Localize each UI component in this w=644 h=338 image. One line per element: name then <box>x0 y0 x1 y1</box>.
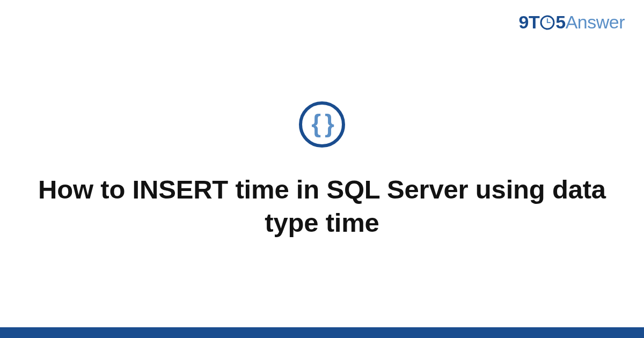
code-braces-icon: { } <box>311 111 333 136</box>
footer-accent-bar <box>0 327 644 338</box>
main-content: { } How to INSERT time in SQL Server usi… <box>0 0 644 327</box>
topic-badge: { } <box>299 101 345 148</box>
question-title: How to INSERT time in SQL Server using d… <box>38 173 606 239</box>
